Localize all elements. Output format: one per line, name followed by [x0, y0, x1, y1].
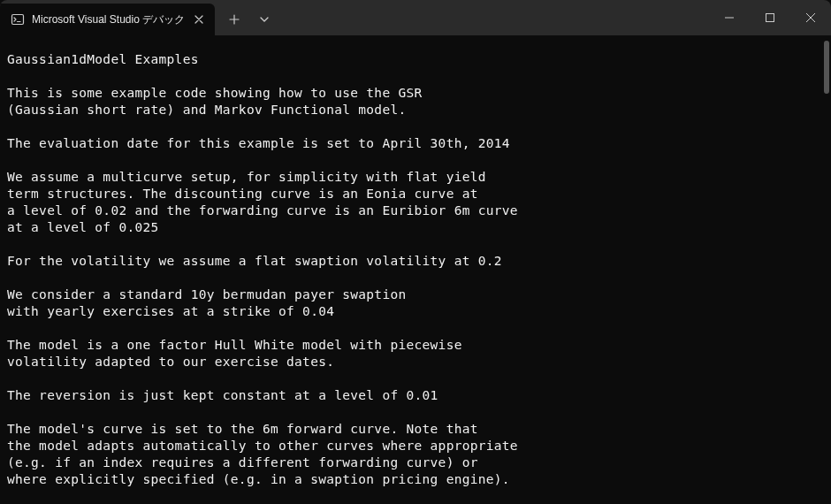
tab-title: Microsoft Visual Studio デバック — [32, 12, 185, 27]
svg-rect-0 — [12, 15, 24, 25]
window-controls — [709, 0, 831, 35]
titlebar: Microsoft Visual Studio デバック — [0, 0, 831, 35]
tab-actions — [215, 0, 278, 35]
terminal-output: Gaussian1dModel Examples This is some ex… — [7, 51, 824, 488]
terminal-viewport[interactable]: Gaussian1dModel Examples This is some ex… — [0, 35, 831, 504]
active-tab[interactable]: Microsoft Visual Studio デバック — [0, 4, 215, 35]
new-tab-button[interactable] — [220, 5, 248, 34]
tab-dropdown-button[interactable] — [250, 5, 278, 34]
tab-close-button[interactable] — [192, 12, 206, 27]
vertical-scrollbar[interactable] — [824, 41, 829, 94]
titlebar-drag-area[interactable] — [278, 0, 709, 35]
terminal-icon — [11, 12, 25, 27]
window-close-button[interactable] — [790, 0, 831, 35]
maximize-button[interactable] — [750, 0, 790, 35]
svg-rect-3 — [766, 14, 774, 22]
minimize-button[interactable] — [709, 0, 750, 35]
